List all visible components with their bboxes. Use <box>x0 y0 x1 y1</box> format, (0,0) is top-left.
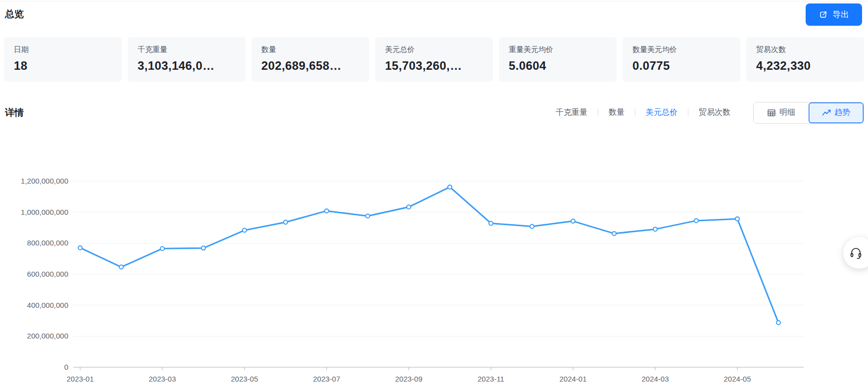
view-toggle-detail-label: 明细 <box>779 107 795 118</box>
stat-card-quantity: 数量 202,689,658… <box>251 37 369 82</box>
overview-page: 总览 导出 日期 18 千克重量 3,103,146,0… 数量 202,689… <box>0 0 868 388</box>
stat-card-value: 3,103,146,0… <box>138 59 236 73</box>
y-axis-tick-label: 1,200,000,000 <box>21 177 68 185</box>
tab-usd-total[interactable]: 美元总价 <box>646 107 677 118</box>
stat-card-label: 千克重量 <box>138 45 236 54</box>
stat-card-value: 0.0775 <box>632 59 730 73</box>
page-title: 总览 <box>5 8 24 21</box>
x-axis-tick-label: 2023-09 <box>395 375 422 383</box>
x-axis-tick-label: 2024-01 <box>559 375 586 383</box>
headset-icon <box>849 246 863 260</box>
stat-card-weight-avg-price: 重量美元均价 5.0604 <box>499 37 617 82</box>
data-point-2023-01[interactable] <box>78 246 82 250</box>
data-point-2023-09[interactable] <box>407 205 411 209</box>
tab-quantity[interactable]: 数量 <box>609 107 625 118</box>
data-point-2023-10[interactable] <box>448 185 452 189</box>
x-axis-tick-label: 2023-11 <box>478 375 504 383</box>
metric-tabs: 千克重量 数量 美元总价 贸易次数 <box>556 107 730 118</box>
data-point-2024-03[interactable] <box>653 227 657 231</box>
view-toggle-trend-label: 趋势 <box>834 107 850 118</box>
x-axis-tick-label: 2023-07 <box>313 375 340 383</box>
export-button[interactable]: 导出 <box>806 3 862 26</box>
stat-card-quantity-avg-price: 数量美元均价 0.0775 <box>623 37 740 82</box>
stat-card-usd-total: 美元总价 15,703,260,… <box>375 37 493 82</box>
stat-card-value: 18 <box>14 59 112 73</box>
export-button-label: 导出 <box>832 9 849 20</box>
stat-card-kg-weight: 千克重量 3,103,146,0… <box>128 37 245 82</box>
tab-kg-weight[interactable]: 千克重量 <box>556 107 587 118</box>
x-axis-tick-label: 2023-01 <box>66 375 94 383</box>
stat-card-trade-count: 贸易次数 4,232,330 <box>746 37 864 82</box>
y-axis-tick-label: 0 <box>64 363 68 371</box>
data-point-2024-05[interactable] <box>735 217 739 221</box>
top-divider <box>0 1 868 1</box>
stat-card-label: 美元总价 <box>385 45 483 54</box>
data-point-2023-12[interactable] <box>530 224 534 228</box>
details-header-row: 详情 千克重量 数量 美元总价 贸易次数 明细 <box>5 101 864 124</box>
tab-trade-count[interactable]: 贸易次数 <box>699 107 730 118</box>
table-icon <box>767 108 776 117</box>
trend-chart[interactable]: 0200,000,000400,000,000600,000,000800,00… <box>0 139 868 388</box>
stat-card-value: 4,232,330 <box>756 59 854 73</box>
data-point-2023-07[interactable] <box>325 209 329 213</box>
data-point-2024-06[interactable] <box>776 321 780 325</box>
data-point-2023-03[interactable] <box>160 246 164 250</box>
stat-card-value: 5.0604 <box>509 59 607 73</box>
stat-card-label: 日期 <box>14 45 112 54</box>
stat-card-value: 15,703,260,… <box>385 59 483 73</box>
y-axis-tick-label: 200,000,000 <box>27 332 68 340</box>
data-point-2023-06[interactable] <box>284 220 288 224</box>
view-toggle-trend[interactable]: 趋势 <box>809 102 864 123</box>
y-axis-tick-label: 800,000,000 <box>27 239 68 247</box>
stat-card-label: 重量美元均价 <box>509 45 607 54</box>
stat-cards-row: 日期 18 千克重量 3,103,146,0… 数量 202,689,658… … <box>4 37 864 82</box>
tab-separator <box>635 109 635 116</box>
data-point-2023-04[interactable] <box>201 246 205 250</box>
x-axis-tick-label: 2024-05 <box>723 375 751 383</box>
stat-card-label: 数量 <box>261 45 359 54</box>
data-point-2024-01[interactable] <box>571 219 575 223</box>
stat-card-value: 202,689,658… <box>261 59 359 73</box>
data-point-2023-02[interactable] <box>119 265 123 269</box>
details-title: 详情 <box>5 106 24 119</box>
data-point-2023-05[interactable] <box>242 228 246 232</box>
tab-separator <box>688 109 688 116</box>
stat-card-date: 日期 18 <box>4 37 122 82</box>
y-axis-tick-label: 600,000,000 <box>27 270 68 278</box>
trend-icon <box>822 108 831 117</box>
y-axis-tick-label: 1,000,000,000 <box>21 208 68 216</box>
tab-separator <box>598 109 598 116</box>
x-axis-tick-label: 2023-05 <box>231 375 258 383</box>
export-icon <box>819 10 828 19</box>
data-point-2024-04[interactable] <box>694 219 698 223</box>
y-axis-tick-label: 400,000,000 <box>27 301 68 309</box>
stat-card-label: 贸易次数 <box>756 45 854 54</box>
view-toggle: 明细 趋势 <box>753 102 864 124</box>
data-point-2024-02[interactable] <box>612 232 616 236</box>
stat-card-label: 数量美元均价 <box>632 45 730 54</box>
data-point-2023-08[interactable] <box>366 214 370 218</box>
trend-chart-svg: 0200,000,000400,000,000600,000,000800,00… <box>0 139 868 388</box>
x-axis-tick-label: 2023-03 <box>148 375 176 383</box>
trend-line <box>80 187 778 323</box>
data-point-2023-11[interactable] <box>489 221 493 225</box>
view-toggle-detail[interactable]: 明细 <box>754 102 809 123</box>
x-axis-tick-label: 2024-03 <box>641 375 669 383</box>
